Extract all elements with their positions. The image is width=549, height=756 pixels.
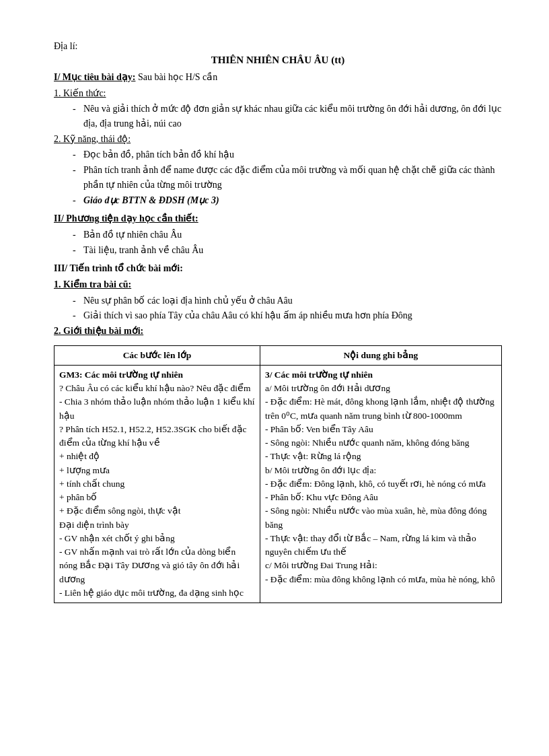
table-left-row9: + Đặc điểm sông ngòi, thực vật: [59, 504, 255, 518]
table-right-row5: - Sông ngòi: Nhiều nước quanh năm, không…: [265, 436, 497, 450]
table-right-row2: a/ Môi trường ôn đới Hải dương: [265, 382, 497, 395]
list-item: Giải thích vì sao phía Tây của châu Aâu …: [73, 308, 502, 323]
subsection2-label: 2. Kỹ năng, thái độ:: [54, 132, 502, 147]
main-title: THIÊN NHIÊN CHÂU ÂU (tt): [211, 55, 344, 65]
table-right-row1: 3/ Các môi trường tự nhiên: [265, 368, 497, 382]
subject-label: Địa lí:: [54, 41, 78, 51]
table-right-row13: - Đặc điểm: mùa đông không lạnh có mưa, …: [265, 573, 497, 586]
section3-label: III/ Tiến trình tổ chức bài mới:: [54, 263, 183, 273]
table-right-row7: b/ Môi trường ôn đới lục địa:: [265, 464, 497, 477]
list-item: Đọc bản đồ, phân tích bản đồ khí hậu: [73, 147, 502, 162]
table-left-row7: + tính chất chung: [59, 477, 255, 491]
table-left-row6: + lượng mưa: [59, 464, 255, 477]
table-cell-right: 3/ Các môi trường tự nhiên a/ Môi trường…: [260, 365, 501, 603]
table-left-row1: GM3: Các môi trường tự nhiên: [59, 368, 255, 382]
list-item: Nêu và giải thích ở mức độ đơn giản sự k…: [73, 102, 502, 131]
list-item: Tài liệu, tranh ảnh về châu Âu: [73, 243, 502, 258]
table-left-row3: - Chia 3 nhóm thảo luận nhóm thảo luận 1…: [59, 395, 255, 423]
table-left-row12: - GV nhấn mạnh vai trò rất lớn của dòng …: [59, 545, 255, 586]
table-col1-header: Các bước lên lớp: [54, 345, 260, 365]
table-right-row6: - Thực vật: Rừng lá rộng: [265, 450, 497, 463]
list-item: Phân tích tranh ảnh để name được các đặc…: [73, 163, 502, 192]
subsection1-label: 1. Kiến thức:: [54, 86, 502, 101]
table-left-row13: - Liên hệ giáo dục môi trường, đa dạng s…: [59, 586, 255, 600]
table-col2-header: Nội dung ghi bảng: [260, 345, 501, 365]
table-left-row4: ? Phân tích H52.1, H52.2, H52.3SGK cho b…: [59, 423, 255, 450]
table-right-row12: c/ Môi trường Đai Trung Hải:: [265, 559, 497, 572]
section1-label: I/ Mục tiêu bài dạy:: [54, 72, 135, 82]
section3-sub2-label: 2. Giới thiệu bài mới:: [54, 326, 143, 336]
list-item-bold-italic: Giáo dục BTTN & ĐDSH (Mục 3): [73, 193, 502, 208]
table-left-row11: - GV nhận xét chốt ý ghi bảng: [59, 532, 255, 545]
table-left-row2: ? Châu Âu có các kiểu khí hậu nào? Nêu đ…: [59, 382, 255, 395]
table-left-row10: Đại diện trình bày: [59, 518, 255, 532]
section2-label: II/ Phương tiện dạy học cần thiết:: [54, 213, 198, 224]
section3-sub1-label: 1. Kiểm tra bài cũ:: [54, 279, 131, 289]
table-right-row8: - Đặc điểm: Đông lạnh, khô, có tuyết rơi…: [265, 477, 497, 491]
table-left-row8: + phân bố: [59, 491, 255, 504]
table-right-row4: - Phân bố: Ven biển Tây Aâu: [265, 423, 497, 436]
table-left-row5: + nhiệt độ: [59, 450, 255, 463]
table-cell-left: GM3: Các môi trường tự nhiên ? Châu Âu c…: [54, 365, 260, 603]
table-right-row10: - Sông ngòi: Nhiều nước vào mùa xuân, hè…: [265, 504, 497, 532]
list-item: Bản đồ tự nhiên châu Âu: [73, 228, 502, 242]
table-right-row3: - Đặc điểm: Hè mát, đông khong lạnh lắm,…: [265, 395, 497, 423]
table-right-row9: - Phân bố: Khu vực Đông Aâu: [265, 491, 497, 504]
section1-intro: Sau bài học H/S cần: [138, 72, 217, 82]
list-item: Nêu sự phân bố các loại địa hình chủ yếu…: [73, 294, 502, 308]
table-right-row11: - Thực vật: thay đổi từ Bắc – Nam, rừng …: [265, 532, 497, 559]
